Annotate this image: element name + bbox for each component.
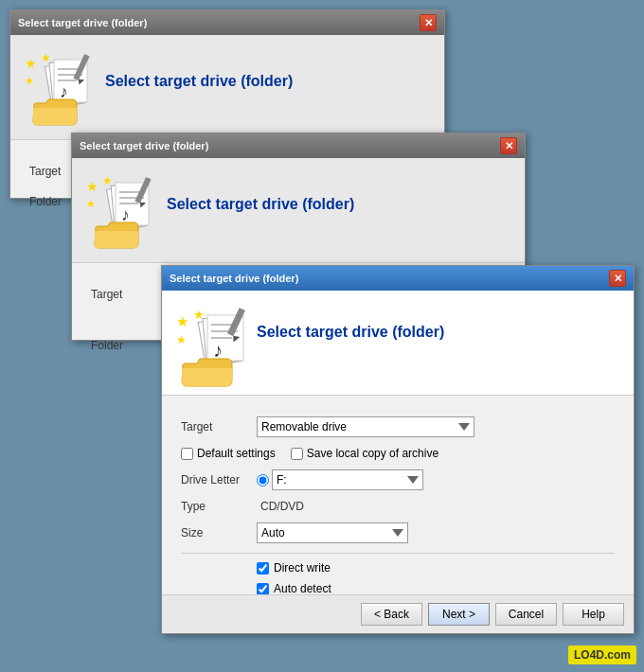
close-button-2[interactable]: ✕ [500,137,517,154]
svg-text:★: ★ [41,51,51,64]
title-2: Select target drive (folder) [80,140,208,151]
title-bar-1: Select target drive (folder) ✕ [10,10,444,35]
svg-text:★: ★ [176,333,187,346]
divider [181,553,615,554]
close-button-3[interactable]: ✕ [609,270,626,287]
auto-detect-label: Auto detect [274,582,331,595]
size-label: Size [181,526,257,539]
drive-letter-label: Drive Letter [181,473,257,486]
title-bar-2: Select target drive (folder) ✕ [72,133,525,158]
icon-area-1: ★ ★ ★ ♪ [20,44,105,130]
cancel-button[interactable]: Cancel [495,603,557,626]
header-2: ★ ★ ★ ♪ Select target drive (folder) [72,158,525,263]
auto-detect-row: Auto detect [171,582,624,595]
next-button[interactable]: Next > [428,603,490,626]
title-bar-3: Select target drive (folder) ✕ [162,266,634,291]
folder-label-2: Folder [91,339,167,352]
drive-letter-radio[interactable] [257,474,269,486]
size-row: Size Auto [171,522,624,543]
svg-text:★: ★ [176,313,188,329]
header-title-2: Select target drive (folder) [167,186,354,213]
lo4d-logo: LO4D.com [568,645,636,664]
svg-text:♪: ♪ [121,205,130,224]
header-title-3: Select target drive (folder) [257,314,444,341]
back-button[interactable]: < Back [361,603,422,626]
default-settings-label: Default settings [197,447,276,460]
button-bar: < Back Next > Cancel Help [162,594,634,633]
svg-text:★: ★ [86,179,98,194]
drive-letter-select[interactable]: F: [272,469,423,490]
target-select-3[interactable]: Removable drive [257,416,474,437]
save-local-label-3: Save local copy of archive [307,447,438,460]
close-button-1[interactable]: ✕ [420,14,437,31]
target-label-2: Target [91,288,167,301]
drive-letter-row: Drive Letter F: [171,469,624,490]
window-3: Select target drive (folder) ✕ ★ ★ ★ ♪ [161,265,635,634]
type-label: Type [181,500,257,513]
header-title-1: Select target drive (folder) [105,63,293,90]
header-1: ★ ★ ★ ♪ Select tar [10,35,444,140]
svg-text:★: ★ [86,198,96,209]
svg-text:★: ★ [25,56,37,71]
direct-write-check[interactable] [257,562,269,575]
svg-text:★: ★ [25,75,34,86]
icon-area-2: ★ ★ ★ ♪ [81,168,167,253]
icon-area-3: ★ ★ ★ ♪ [171,300,257,385]
title-1: Select target drive (folder) [18,17,147,28]
target-label-3: Target [181,420,257,433]
size-select[interactable]: Auto [257,522,408,543]
default-settings-check[interactable] [181,448,193,460]
svg-text:♪: ♪ [213,340,223,361]
header-3: ★ ★ ★ ♪ Select target drive (folder) [162,291,634,396]
svg-text:♪: ♪ [60,82,68,101]
auto-detect-check[interactable] [257,583,269,595]
save-local-check-3[interactable] [291,448,303,460]
svg-text:★: ★ [102,174,113,187]
type-value: CD/DVD [260,500,304,513]
direct-write-row: Direct write [171,561,624,575]
target-row-3: Target Removable drive [171,416,624,437]
type-row: Type CD/DVD [171,500,624,513]
direct-write-label: Direct write [274,561,331,575]
help-button[interactable]: Help [563,603,624,626]
title-3: Select target drive (folder) [170,273,298,284]
